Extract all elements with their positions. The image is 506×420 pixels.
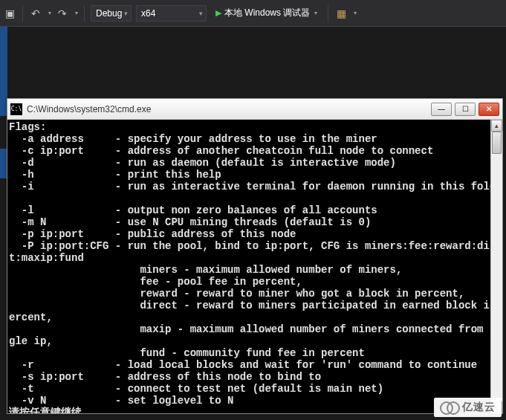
redo-icon[interactable]: ↷ <box>56 7 69 20</box>
watermark-logo-icon <box>440 401 459 414</box>
chevron-down-icon[interactable]: ▾ <box>75 10 78 16</box>
cmd-titlebar[interactable]: C:\ C:\Windows\system32\cmd.exe — ☐ ✕ <box>7 99 502 120</box>
save-all-icon[interactable]: ▣ <box>3 7 16 20</box>
debugger-label: 本地 Windows 调试器 <box>224 7 310 19</box>
platform-dropdown[interactable]: x64 <box>136 5 207 22</box>
chevron-down-icon[interactable]: ▾ <box>48 10 51 16</box>
chevron-down-icon: ▾ <box>314 10 317 16</box>
platform-label: x64 <box>141 8 155 19</box>
scroll-thumb[interactable] <box>492 132 502 154</box>
cmd-window: C:\ C:\Windows\system32\cmd.exe — ☐ ✕ Fl… <box>7 98 503 414</box>
chevron-down-icon[interactable]: ▾ <box>354 10 357 16</box>
separator <box>84 5 85 22</box>
minimize-button[interactable]: — <box>431 103 452 116</box>
cmd-icon: C:\ <box>10 103 22 115</box>
close-button[interactable]: ✕ <box>479 103 499 116</box>
maximize-button[interactable]: ☐ <box>455 103 476 116</box>
cmd-body: Flags: -a address - specify your address… <box>7 120 502 413</box>
separator <box>22 5 23 22</box>
watermark: 亿速云 <box>434 398 502 417</box>
configuration-dropdown[interactable]: Debug <box>91 5 132 22</box>
start-debugging-button[interactable]: ▶ 本地 Windows 调试器 ▾ <box>211 5 322 22</box>
watermark-text: 亿速云 <box>462 401 496 414</box>
vs-toolbar: ▣ ↶ ▾ ↷ ▾ Debug x64 ▶ 本地 Windows 调试器 ▾ ▦… <box>0 0 506 27</box>
undo-icon[interactable]: ↶ <box>29 7 42 20</box>
scroll-up-arrow[interactable]: ▴ <box>491 120 502 132</box>
separator <box>328 5 328 22</box>
play-icon: ▶ <box>215 8 221 18</box>
scroll-track[interactable] <box>491 132 502 401</box>
cmd-output: Flags: -a address - specify your address… <box>7 120 490 413</box>
vertical-scrollbar[interactable]: ▴ ▾ <box>490 120 502 413</box>
configuration-label: Debug <box>96 8 122 19</box>
cmd-title-text: C:\Windows\system32\cmd.exe <box>27 104 431 114</box>
toolbox-icon[interactable]: ▦ <box>334 7 348 20</box>
window-controls: — ☐ ✕ <box>431 103 499 116</box>
